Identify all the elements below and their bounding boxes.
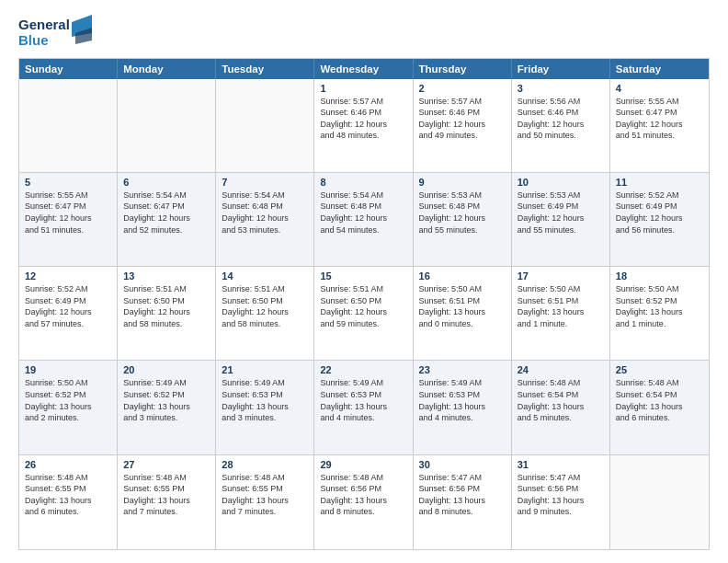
header-friday: Friday <box>512 59 610 79</box>
day-info-28: Sunrise: 5:48 AM Sunset: 6:55 PM Dayligh… <box>222 472 308 518</box>
day-number-26: 26 <box>25 459 111 470</box>
day-number-3: 3 <box>518 83 604 94</box>
day-15: 15Sunrise: 5:51 AM Sunset: 6:50 PM Dayli… <box>314 267 413 360</box>
day-25: 25Sunrise: 5:48 AM Sunset: 6:54 PM Dayli… <box>610 361 709 454</box>
day-info-14: Sunrise: 5:51 AM Sunset: 6:50 PM Dayligh… <box>222 283 308 329</box>
day-number-24: 24 <box>518 364 604 375</box>
header: General Blue <box>18 17 710 49</box>
day-6: 6Sunrise: 5:54 AM Sunset: 6:47 PM Daylig… <box>118 173 216 266</box>
day-18: 18Sunrise: 5:50 AM Sunset: 6:52 PM Dayli… <box>610 267 709 360</box>
day-info-23: Sunrise: 5:49 AM Sunset: 6:53 PM Dayligh… <box>419 377 506 423</box>
day-number-25: 25 <box>616 364 703 375</box>
day-11: 11Sunrise: 5:52 AM Sunset: 6:49 PM Dayli… <box>610 173 709 266</box>
day-info-8: Sunrise: 5:54 AM Sunset: 6:48 PM Dayligh… <box>320 190 406 236</box>
empty-cell <box>118 79 216 172</box>
day-20: 20Sunrise: 5:49 AM Sunset: 6:52 PM Dayli… <box>118 361 216 454</box>
day-5: 5Sunrise: 5:55 AM Sunset: 6:47 PM Daylig… <box>19 173 118 266</box>
day-4: 4Sunrise: 5:55 AM Sunset: 6:47 PM Daylig… <box>610 79 709 172</box>
day-number-13: 13 <box>123 270 210 282</box>
day-info-24: Sunrise: 5:48 AM Sunset: 6:54 PM Dayligh… <box>518 377 604 423</box>
day-number-18: 18 <box>616 270 703 282</box>
week-2: 5Sunrise: 5:55 AM Sunset: 6:47 PM Daylig… <box>19 173 709 267</box>
day-19: 19Sunrise: 5:50 AM Sunset: 6:52 PM Dayli… <box>19 361 118 454</box>
day-number-5: 5 <box>25 177 111 188</box>
day-info-16: Sunrise: 5:50 AM Sunset: 6:51 PM Dayligh… <box>419 283 506 329</box>
day-info-18: Sunrise: 5:50 AM Sunset: 6:52 PM Dayligh… <box>616 283 703 329</box>
page: General Blue SundayMondayTuesdayWednesda… <box>0 0 728 563</box>
day-info-2: Sunrise: 5:57 AM Sunset: 6:46 PM Dayligh… <box>419 96 506 142</box>
day-9: 9Sunrise: 5:53 AM Sunset: 6:48 PM Daylig… <box>414 173 512 266</box>
day-info-5: Sunrise: 5:55 AM Sunset: 6:47 PM Dayligh… <box>25 190 111 236</box>
day-number-28: 28 <box>222 459 308 470</box>
day-info-10: Sunrise: 5:53 AM Sunset: 6:49 PM Dayligh… <box>518 190 604 236</box>
day-number-15: 15 <box>320 270 406 282</box>
day-27: 27Sunrise: 5:48 AM Sunset: 6:55 PM Dayli… <box>118 455 216 549</box>
day-number-16: 16 <box>419 270 506 282</box>
day-2: 2Sunrise: 5:57 AM Sunset: 6:46 PM Daylig… <box>414 79 512 172</box>
calendar-header: SundayMondayTuesdayWednesdayThursdayFrid… <box>19 59 709 79</box>
week-5: 26Sunrise: 5:48 AM Sunset: 6:55 PM Dayli… <box>19 455 709 549</box>
day-8: 8Sunrise: 5:54 AM Sunset: 6:48 PM Daylig… <box>314 173 413 266</box>
day-7: 7Sunrise: 5:54 AM Sunset: 6:48 PM Daylig… <box>216 173 314 266</box>
day-info-13: Sunrise: 5:51 AM Sunset: 6:50 PM Dayligh… <box>123 283 210 329</box>
day-number-31: 31 <box>518 459 604 470</box>
header-tuesday: Tuesday <box>216 59 314 79</box>
day-info-4: Sunrise: 5:55 AM Sunset: 6:47 PM Dayligh… <box>616 96 703 142</box>
header-wednesday: Wednesday <box>314 59 413 79</box>
empty-cell <box>216 79 314 172</box>
logo-general: General <box>18 17 70 32</box>
day-number-6: 6 <box>123 177 210 188</box>
day-21: 21Sunrise: 5:49 AM Sunset: 6:53 PM Dayli… <box>216 361 314 454</box>
day-number-9: 9 <box>419 177 506 188</box>
day-info-3: Sunrise: 5:56 AM Sunset: 6:46 PM Dayligh… <box>518 96 604 142</box>
empty-cell <box>610 455 709 549</box>
day-info-6: Sunrise: 5:54 AM Sunset: 6:47 PM Dayligh… <box>123 190 210 236</box>
day-17: 17Sunrise: 5:50 AM Sunset: 6:51 PM Dayli… <box>512 267 610 360</box>
header-sunday: Sunday <box>19 59 118 79</box>
day-13: 13Sunrise: 5:51 AM Sunset: 6:50 PM Dayli… <box>118 267 216 360</box>
day-info-27: Sunrise: 5:48 AM Sunset: 6:55 PM Dayligh… <box>123 472 210 518</box>
empty-cell <box>19 79 118 172</box>
header-monday: Monday <box>118 59 216 79</box>
day-number-17: 17 <box>518 270 604 282</box>
day-number-8: 8 <box>320 177 406 188</box>
day-info-9: Sunrise: 5:53 AM Sunset: 6:48 PM Dayligh… <box>419 190 506 236</box>
calendar: SundayMondayTuesdayWednesdayThursdayFrid… <box>18 58 710 551</box>
day-number-23: 23 <box>419 364 506 375</box>
day-number-1: 1 <box>320 83 406 94</box>
day-number-30: 30 <box>419 459 506 470</box>
day-info-17: Sunrise: 5:50 AM Sunset: 6:51 PM Dayligh… <box>518 283 604 329</box>
day-28: 28Sunrise: 5:48 AM Sunset: 6:55 PM Dayli… <box>216 455 314 549</box>
day-info-29: Sunrise: 5:48 AM Sunset: 6:56 PM Dayligh… <box>320 472 406 518</box>
day-info-11: Sunrise: 5:52 AM Sunset: 6:49 PM Dayligh… <box>616 190 703 236</box>
week-3: 12Sunrise: 5:52 AM Sunset: 6:49 PM Dayli… <box>19 267 709 361</box>
day-info-1: Sunrise: 5:57 AM Sunset: 6:46 PM Dayligh… <box>320 96 406 142</box>
calendar-body: 1Sunrise: 5:57 AM Sunset: 6:46 PM Daylig… <box>19 79 709 550</box>
week-1: 1Sunrise: 5:57 AM Sunset: 6:46 PM Daylig… <box>19 79 709 173</box>
logo-container: General Blue <box>18 17 92 49</box>
day-info-15: Sunrise: 5:51 AM Sunset: 6:50 PM Dayligh… <box>320 283 406 329</box>
logo: General Blue <box>18 17 92 49</box>
header-thursday: Thursday <box>414 59 512 79</box>
day-info-30: Sunrise: 5:47 AM Sunset: 6:56 PM Dayligh… <box>419 472 506 518</box>
day-info-31: Sunrise: 5:47 AM Sunset: 6:56 PM Dayligh… <box>518 472 604 518</box>
day-info-26: Sunrise: 5:48 AM Sunset: 6:55 PM Dayligh… <box>25 472 111 518</box>
day-23: 23Sunrise: 5:49 AM Sunset: 6:53 PM Dayli… <box>414 361 512 454</box>
day-26: 26Sunrise: 5:48 AM Sunset: 6:55 PM Dayli… <box>19 455 118 549</box>
day-number-4: 4 <box>616 83 703 94</box>
day-number-10: 10 <box>518 177 604 188</box>
day-24: 24Sunrise: 5:48 AM Sunset: 6:54 PM Dayli… <box>512 361 610 454</box>
day-info-20: Sunrise: 5:49 AM Sunset: 6:52 PM Dayligh… <box>123 377 210 423</box>
day-info-22: Sunrise: 5:49 AM Sunset: 6:53 PM Dayligh… <box>320 377 406 423</box>
logo-icon <box>72 15 92 44</box>
day-16: 16Sunrise: 5:50 AM Sunset: 6:51 PM Dayli… <box>414 267 512 360</box>
day-info-25: Sunrise: 5:48 AM Sunset: 6:54 PM Dayligh… <box>616 377 703 423</box>
day-info-7: Sunrise: 5:54 AM Sunset: 6:48 PM Dayligh… <box>222 190 308 236</box>
day-number-21: 21 <box>222 364 308 375</box>
week-4: 19Sunrise: 5:50 AM Sunset: 6:52 PM Dayli… <box>19 361 709 454</box>
header-saturday: Saturday <box>610 59 709 79</box>
day-number-22: 22 <box>320 364 406 375</box>
day-14: 14Sunrise: 5:51 AM Sunset: 6:50 PM Dayli… <box>216 267 314 360</box>
day-29: 29Sunrise: 5:48 AM Sunset: 6:56 PM Dayli… <box>314 455 413 549</box>
day-info-12: Sunrise: 5:52 AM Sunset: 6:49 PM Dayligh… <box>25 283 111 329</box>
